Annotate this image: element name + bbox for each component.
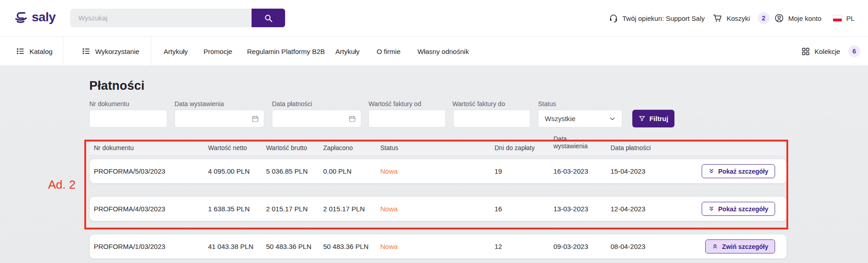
col-header-nr: Nr dokumentu — [94, 141, 134, 155]
col-header-zaplacono: Zapłacono — [323, 141, 353, 155]
nav-katalog[interactable]: Katalog — [16, 37, 53, 66]
calendar-icon[interactable] — [252, 115, 259, 122]
headset-icon — [609, 14, 618, 23]
search-button[interactable] — [252, 9, 285, 27]
saly-logo[interactable]: saly — [14, 10, 56, 24]
double-chevron-down-icon — [708, 168, 714, 174]
flag-pl-icon — [833, 15, 842, 22]
wartosc-do-input[interactable] — [454, 110, 530, 127]
nav-kolekcje[interactable]: Kolekcje 6 — [801, 37, 860, 66]
nav-link-label: Artykuły — [164, 48, 188, 55]
grid-icon — [801, 47, 810, 56]
status-select[interactable]: Wszystkie — [538, 110, 622, 127]
filter-icon — [639, 115, 645, 122]
payments-page: saly Twój opiekun: Sup — [0, 0, 868, 263]
cell-zaplacono: 2 015.17 PLN — [323, 197, 365, 221]
col-header-wystawienia: Data wystawienia — [553, 135, 592, 150]
collapse-details-button[interactable]: Zwiń szczegóły — [705, 239, 775, 253]
nav-separator — [151, 37, 151, 66]
carts-link[interactable]: Koszyki 2 — [713, 0, 770, 36]
cell-netto: 41 043.38 PLN — [208, 234, 253, 258]
nav-link-label: Własny odnośnik — [417, 48, 469, 55]
chevron-down-icon — [609, 116, 616, 122]
cell-dni: 16 — [495, 197, 502, 221]
support-label: Twój opiekun: Support Saly — [622, 15, 705, 22]
account-link[interactable]: Moje konto — [774, 0, 821, 36]
show-details-label: Pokaż szczegóły — [718, 205, 769, 213]
table-row: PROFORMA/5/03/2023 4 095.00 PLN 5 036.85… — [90, 159, 786, 183]
nav-regulamin[interactable]: Regulamin Platformy B2B — [247, 37, 325, 66]
status-select-value: Wszystkie — [545, 115, 576, 122]
filter-label-nr-dokumentu: Nr dokumentu — [89, 100, 129, 107]
data-platnosci-input[interactable] — [272, 110, 361, 127]
col-header-status: Status — [380, 141, 398, 155]
cell-platnosci: 15-04-2023 — [611, 159, 645, 183]
nav-katalog-label: Katalog — [29, 48, 53, 55]
table-header-row: Nr dokumentu Wartość netto Wartość brutt… — [90, 141, 786, 155]
nav-wlasny-odnosnik[interactable]: Własny odnośnik — [417, 37, 469, 66]
nav-artykuly-1[interactable]: Artykuły — [164, 37, 188, 66]
nav-link-label: O firmie — [377, 48, 401, 55]
cell-wystawienia: 09-03-2023 — [553, 234, 588, 258]
list-icon — [16, 47, 25, 56]
status-badge: Nowa — [380, 159, 398, 183]
wartosc-od-field — [369, 110, 446, 127]
logo-text: saly — [32, 10, 56, 24]
cell-wystawienia: 13-03-2023 — [553, 197, 588, 221]
calendar-icon[interactable] — [349, 115, 356, 122]
status-badge: Nowa — [380, 234, 398, 258]
double-chevron-down-icon — [708, 206, 714, 212]
show-details-button[interactable]: Pokaż szczegóły — [702, 202, 776, 216]
filter-label-status: Status — [538, 100, 556, 107]
data-wystawienia-input[interactable] — [175, 110, 264, 127]
show-details-button[interactable]: Pokaż szczegóły — [702, 164, 776, 178]
main-nav: Katalog Wykorzystanie Artykuły Promocje … — [0, 36, 868, 65]
cell-wystawienia: 16-03-2023 — [553, 159, 588, 183]
cell-brutto: 5 036.85 PLN — [266, 159, 308, 183]
table-row: PROFORMA/4/03/2023 1 638.35 PLN 2 015.17… — [90, 197, 786, 221]
double-chevron-up-icon — [712, 244, 718, 249]
filter-label-data-wystawienia: Data wystawienia — [175, 100, 224, 107]
cell-netto: 4 095.00 PLN — [208, 159, 250, 183]
cell-nr: PROFORMA/1/03/2023 — [94, 234, 165, 258]
collapse-details-label: Zwiń szczegóły — [722, 243, 768, 250]
filter-label-wartosc-do: Wartość faktury do — [452, 100, 505, 107]
cell-nr: PROFORMA/4/03/2023 — [94, 197, 165, 221]
data-platnosci-field — [272, 110, 361, 127]
carts-label: Koszyki — [727, 15, 750, 22]
cell-brutto: 50 483.36 PLN — [266, 234, 311, 258]
nav-kolekcje-label: Kolekcje — [815, 48, 840, 55]
nav-link-label: Artykuły — [335, 48, 359, 55]
nav-artykuly-2[interactable]: Artykuły — [335, 37, 359, 66]
nr-dokumentu-input[interactable] — [90, 110, 167, 127]
cell-platnosci: 08-04-2023 — [611, 234, 645, 258]
data-wystawienia-field — [175, 110, 264, 127]
page-title: Płatności — [89, 79, 145, 93]
account-label: Moje konto — [788, 15, 821, 22]
cart-icon — [713, 13, 723, 23]
cell-zaplacono: 0.00 PLN — [323, 159, 352, 183]
top-bar: saly Twój opiekun: Sup — [0, 0, 868, 36]
language-switch[interactable]: PL — [833, 0, 854, 36]
nav-wykorzystanie[interactable]: Wykorzystanie — [82, 37, 139, 66]
nav-o-firmie[interactable]: O firmie — [377, 37, 401, 66]
search-input[interactable] — [70, 9, 252, 27]
col-header-brutto: Wartość brutto — [266, 141, 307, 155]
nav-link-label: Promocje — [204, 48, 232, 55]
search-bar — [70, 9, 285, 27]
language-label: PL — [846, 15, 854, 22]
carts-count-badge: 2 — [758, 12, 770, 24]
wartosc-do-field — [453, 110, 530, 127]
nav-promocje[interactable]: Promocje — [204, 37, 232, 66]
wartosc-od-input[interactable] — [369, 110, 445, 127]
list-icon — [82, 47, 91, 56]
support-contact[interactable]: Twój opiekun: Support Saly — [609, 0, 705, 36]
col-header-platnosci: Data płatności — [611, 141, 651, 155]
cell-nr: PROFORMA/5/03/2023 — [94, 159, 165, 183]
nav-wykorzystanie-label: Wykorzystanie — [95, 48, 139, 55]
filtruj-button[interactable]: Filtruj — [632, 110, 674, 127]
filtruj-label: Filtruj — [650, 115, 669, 122]
nav-link-label: Regulamin Platformy B2B — [247, 48, 325, 55]
table-row: PROFORMA/1/03/2023 41 043.38 PLN 50 483.… — [90, 234, 786, 258]
col-header-netto: Wartość netto — [208, 141, 247, 155]
